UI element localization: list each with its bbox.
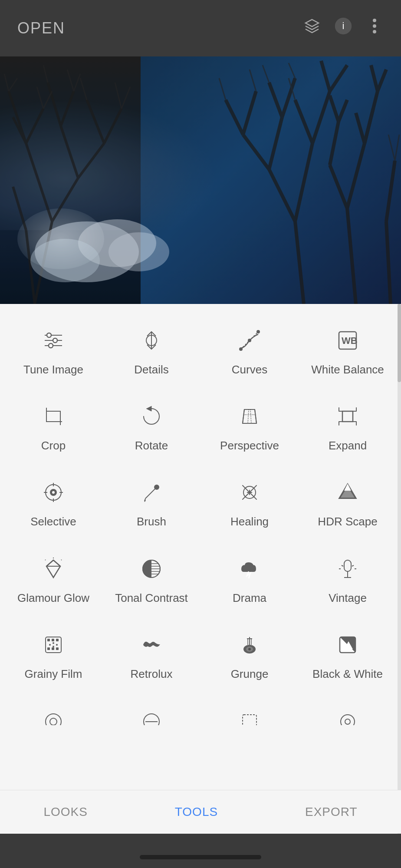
details-label: Details bbox=[134, 363, 168, 376]
vintage-label: Vintage bbox=[329, 591, 367, 605]
tool-white-balance[interactable]: WB White Balance bbox=[299, 313, 397, 389]
svg-text:i: i bbox=[342, 20, 345, 31]
svg-point-141 bbox=[56, 644, 58, 646]
more-icon[interactable] bbox=[365, 17, 384, 40]
partial-tool-3[interactable] bbox=[200, 697, 299, 729]
selective-icon bbox=[38, 477, 69, 508]
tool-crop[interactable]: Crop bbox=[4, 389, 102, 465]
svg-line-86 bbox=[243, 409, 244, 423]
partial-icon-3 bbox=[234, 710, 265, 725]
tool-details[interactable]: Details bbox=[102, 313, 200, 389]
selective-label: Selective bbox=[30, 515, 76, 528]
tool-rotate[interactable]: Rotate bbox=[102, 389, 200, 465]
tool-vintage[interactable]: Vintage bbox=[299, 541, 397, 617]
svg-point-156 bbox=[144, 714, 159, 725]
svg-point-65 bbox=[30, 239, 100, 282]
nav-export[interactable]: EXPORT bbox=[288, 801, 375, 823]
perspective-label: Perspective bbox=[220, 439, 279, 452]
svg-point-159 bbox=[341, 715, 355, 725]
curves-icon bbox=[234, 325, 265, 356]
svg-point-70 bbox=[47, 333, 51, 337]
svg-point-139 bbox=[49, 644, 51, 646]
brush-label: Brush bbox=[137, 515, 166, 528]
tool-retrolux[interactable]: Retrolux bbox=[102, 617, 200, 693]
tool-glamour-glow[interactable]: Glamour Glow bbox=[4, 541, 102, 617]
top-bar-actions: i bbox=[303, 17, 384, 40]
svg-point-72 bbox=[49, 343, 53, 348]
svg-rect-133 bbox=[47, 639, 50, 641]
black-white-icon bbox=[332, 629, 363, 660]
tool-perspective[interactable]: Perspective bbox=[200, 389, 299, 465]
tool-healing[interactable]: Healing bbox=[200, 465, 299, 541]
tool-expand[interactable]: Expand bbox=[299, 389, 397, 465]
partial-tool-4[interactable] bbox=[299, 697, 397, 729]
partial-icon-2 bbox=[136, 710, 167, 725]
tool-curves[interactable]: Curves bbox=[200, 313, 299, 389]
tool-drama[interactable]: Drama bbox=[200, 541, 299, 617]
svg-line-128 bbox=[342, 565, 343, 566]
svg-point-102 bbox=[154, 485, 159, 490]
tonal-contrast-label: Tonal Contrast bbox=[115, 591, 188, 605]
partial-icon-4 bbox=[332, 710, 363, 725]
tool-grainy-film[interactable]: Grainy Film bbox=[4, 617, 102, 693]
svg-line-91 bbox=[248, 409, 249, 423]
partial-tool-1[interactable] bbox=[4, 697, 102, 729]
svg-line-113 bbox=[46, 560, 53, 566]
tool-tonal-contrast[interactable]: Tonal Contrast bbox=[102, 541, 200, 617]
svg-point-2 bbox=[373, 19, 376, 22]
tune-image-icon bbox=[38, 325, 69, 356]
grainy-film-label: Grainy Film bbox=[25, 667, 82, 681]
expand-label: Expand bbox=[329, 439, 367, 452]
drama-label: Drama bbox=[233, 591, 266, 605]
svg-rect-84 bbox=[46, 411, 60, 422]
tool-black-white[interactable]: Black & White bbox=[299, 617, 397, 693]
tools-panel: Tune Image Details bbox=[0, 304, 401, 834]
top-bar: OPEN i bbox=[0, 0, 401, 56]
nav-tools[interactable]: TOOLS bbox=[158, 801, 235, 823]
svg-line-116 bbox=[61, 560, 62, 560]
healing-label: Healing bbox=[230, 515, 269, 528]
svg-line-114 bbox=[53, 560, 60, 566]
tune-image-label: Tune Image bbox=[23, 363, 83, 376]
open-button[interactable]: OPEN bbox=[17, 19, 65, 37]
svg-point-3 bbox=[373, 24, 376, 28]
rotate-icon bbox=[136, 401, 167, 432]
svg-point-140 bbox=[53, 642, 54, 644]
healing-icon bbox=[234, 477, 265, 508]
tool-selective[interactable]: Selective bbox=[4, 465, 102, 541]
svg-line-87 bbox=[255, 409, 256, 423]
glamour-glow-label: Glamour Glow bbox=[17, 591, 89, 605]
svg-point-71 bbox=[53, 338, 57, 343]
svg-point-142 bbox=[53, 646, 54, 647]
tool-hdr-scape[interactable]: HDR Scape bbox=[299, 465, 397, 541]
perspective-icon bbox=[234, 401, 265, 432]
retrolux-label: Retrolux bbox=[131, 667, 173, 681]
svg-marker-85 bbox=[243, 409, 256, 423]
svg-rect-135 bbox=[56, 639, 59, 641]
grunge-icon bbox=[234, 629, 265, 660]
svg-text:WB: WB bbox=[342, 335, 358, 346]
white-balance-icon: WB bbox=[332, 325, 363, 356]
brush-icon bbox=[136, 477, 167, 508]
tools-grid: Tune Image Details bbox=[0, 304, 401, 697]
partial-tool-2[interactable] bbox=[102, 697, 200, 729]
tool-brush[interactable]: Brush bbox=[102, 465, 200, 541]
grunge-label: Grunge bbox=[231, 667, 269, 681]
home-indicator bbox=[140, 855, 261, 859]
info-icon[interactable]: i bbox=[334, 17, 352, 40]
svg-rect-138 bbox=[56, 647, 59, 650]
tool-grunge[interactable]: Grunge bbox=[200, 617, 299, 693]
details-icon bbox=[136, 325, 167, 356]
svg-line-92 bbox=[250, 409, 251, 423]
svg-marker-111 bbox=[46, 560, 60, 578]
tool-tune-image[interactable]: Tune Image bbox=[4, 313, 102, 389]
partial-icon-1 bbox=[38, 710, 69, 725]
rotate-label: Rotate bbox=[135, 439, 168, 452]
nav-looks[interactable]: LOOKS bbox=[26, 801, 105, 823]
svg-point-76 bbox=[248, 339, 251, 342]
svg-point-75 bbox=[240, 348, 242, 350]
photo-canvas bbox=[0, 56, 401, 304]
retrolux-icon bbox=[136, 629, 167, 660]
curves-label: Curves bbox=[232, 363, 267, 376]
layers-icon[interactable] bbox=[303, 17, 321, 40]
